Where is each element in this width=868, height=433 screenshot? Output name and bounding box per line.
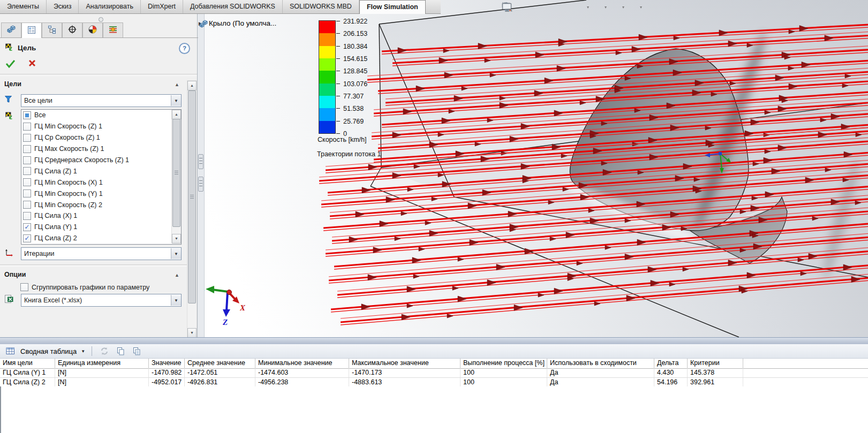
- panel-splitter[interactable]: [197, 14, 205, 337]
- goal-checkbox[interactable]: [23, 201, 31, 209]
- goal-list-item[interactable]: ГЦ Сила (Z) 1: [21, 165, 181, 177]
- goal-list-item[interactable]: ГЦ Min Скорость (Z) 2: [21, 199, 181, 210]
- goal-list-item[interactable]: ГЦ Min Скорость (X) 1: [21, 177, 181, 188]
- dropdown-arrow-icon[interactable]: ▾: [587, 5, 589, 10]
- flow-trajectories-label: Траектории потока 1: [317, 150, 381, 158]
- goal-checkbox[interactable]: [23, 167, 31, 175]
- table-cell: -1472.051: [185, 368, 255, 377]
- goal-list-item[interactable]: ✓ГЦ Сила (Z) 2: [21, 233, 181, 244]
- color-scale-bar: [319, 20, 336, 134]
- tab-configuration-manager[interactable]: [42, 22, 62, 37]
- panel-width-handle-icon[interactable]: [99, 17, 103, 22]
- dropdown-arrow-icon[interactable]: ▼: [171, 248, 181, 259]
- goal-label: ГЦ Ср Скорость (Z) 1: [34, 134, 100, 141]
- menu-tab-эскиз[interactable]: Эскиз: [47, 0, 79, 13]
- group-plots-checkbox[interactable]: [20, 283, 28, 291]
- dropdown-arrow-icon[interactable]: ▼: [81, 349, 85, 354]
- tab-dimxpert-manager[interactable]: [62, 22, 82, 37]
- svg-text:Z: Z: [222, 318, 228, 326]
- goal-list-item[interactable]: Все: [21, 110, 181, 121]
- splitter-grip-icon[interactable]: [198, 154, 203, 169]
- dropdown-arrow-icon[interactable]: ▼: [171, 295, 181, 306]
- zoom-area-icon[interactable]: [516, 1, 529, 13]
- copy-with-headers-icon[interactable]: [131, 346, 142, 356]
- menu-tab-solidworks-mbd[interactable]: SOLIDWORKS MBD: [283, 0, 359, 13]
- abscissa-dropdown[interactable]: Итерации ▼: [21, 247, 182, 260]
- previous-view-icon[interactable]: [530, 1, 543, 13]
- ok-check-icon[interactable]: [5, 59, 16, 70]
- menu-tab-dimxpert[interactable]: DimXpert: [141, 0, 183, 13]
- section-view-icon[interactable]: [545, 1, 557, 13]
- view-orientation-icon[interactable]: [573, 1, 586, 13]
- legend-tick-value: 154.615: [343, 55, 367, 63]
- legend-color-segment: [319, 71, 335, 83]
- table-toolbar: Сводная таблица ▼: [0, 344, 868, 359]
- copy-icon[interactable]: [115, 346, 126, 356]
- model-name-label[interactable]: Крыло (По умолча...: [209, 19, 276, 27]
- goal-checkbox[interactable]: [23, 134, 31, 142]
- legend-tick: [336, 83, 340, 84]
- goal-checkbox[interactable]: [23, 212, 31, 220]
- refresh-icon[interactable]: [99, 346, 110, 356]
- goal-checkbox[interactable]: ✓: [23, 234, 31, 242]
- goal-label: ГЦ Min Скорость (Z) 1: [34, 123, 102, 130]
- goal-checkbox[interactable]: [23, 123, 31, 131]
- dropdown-arrow-icon[interactable]: ▼: [171, 95, 181, 106]
- dropdown-arrow-icon[interactable]: ▾: [640, 5, 642, 10]
- tab-property-manager[interactable]: [21, 22, 42, 38]
- table-cell: 145.378: [688, 368, 743, 377]
- solidworks-window: YXZ ▶ Крыло (По умолча... A▾▾▾▾ 231.9222…: [0, 0, 868, 433]
- tab-assembly-manager[interactable]: [1, 22, 21, 37]
- display-style-icon[interactable]: [591, 1, 604, 13]
- table-cell: 100: [461, 378, 547, 387]
- scroll-down-icon[interactable]: ▼: [172, 234, 181, 244]
- cancel-cross-icon[interactable]: [28, 59, 36, 70]
- goal-list-item[interactable]: ГЦ Среднерасх Скорость (Z) 1: [21, 155, 181, 166]
- table-row[interactable]: ГЦ Сила (Y) 1[N]-1470.982-1472.051-1474.…: [0, 368, 868, 378]
- menu-tab-элементы[interactable]: Элементы: [0, 0, 47, 13]
- goal-checkbox[interactable]: [23, 156, 31, 164]
- appearances-icon[interactable]: [609, 1, 622, 13]
- scroll-down-icon[interactable]: ▼: [187, 328, 197, 338]
- goal-checkbox[interactable]: [23, 178, 31, 186]
- menu-tab-flow-simulation[interactable]: Flow Simulation: [359, 0, 426, 14]
- menu-tab-добавления-solidworks[interactable]: Добавления SOLIDWORKS: [183, 0, 283, 13]
- list-scrollbar[interactable]: ▲▼: [171, 110, 181, 243]
- goal-filter-dropdown[interactable]: Все цели ▼: [21, 94, 182, 107]
- goal-label: ГЦ Min Скорость (Y) 1: [34, 190, 103, 197]
- goals-listbox[interactable]: ВсеГЦ Min Скорость (Z) 1ГЦ Ср Скорость (…: [21, 109, 182, 245]
- column-header: Дельта: [654, 359, 688, 368]
- legend-color-segment: [319, 46, 335, 58]
- goal-checkbox[interactable]: [23, 111, 31, 119]
- dropdown-arrow-icon[interactable]: ▾: [622, 5, 624, 10]
- goal-list-item[interactable]: ГЦ Min Скорость (Z) 1: [21, 121, 181, 132]
- goal-list-item[interactable]: ГЦ Сила (X) 1: [21, 210, 181, 222]
- help-icon[interactable]: ?: [179, 43, 190, 54]
- configuration-manager-icon: [47, 25, 57, 36]
- export-format-dropdown[interactable]: Книга Excel (*.xlsx) ▼: [21, 294, 182, 307]
- table-selector-label[interactable]: Сводная таблица: [20, 347, 77, 355]
- goal-checkbox[interactable]: ✓: [23, 223, 31, 231]
- scroll-up-icon[interactable]: ▲: [187, 81, 197, 90]
- menu-tab-анализировать[interactable]: Анализировать: [79, 0, 141, 13]
- group-plots-label: Сгруппировать графики по параметру: [32, 284, 149, 291]
- table-cell: 100: [461, 368, 547, 377]
- view-settings-icon[interactable]: [627, 1, 639, 13]
- goal-list-item[interactable]: ГЦ Max Скорость (Z) 1: [21, 143, 181, 155]
- feature-tree-flyout[interactable]: ▶ Крыло (По умолча...: [199, 19, 276, 27]
- panel-scrollbar[interactable]: ▲ ▼: [187, 80, 197, 338]
- goal-checkbox[interactable]: [23, 145, 31, 153]
- scroll-up-icon[interactable]: ▲: [172, 110, 181, 119]
- goal-list-item[interactable]: ГЦ Min Скорость (Y) 1: [21, 188, 181, 199]
- goal-checkbox[interactable]: [23, 189, 31, 197]
- graphics-viewport[interactable]: YXZ ▶ Крыло (По умолча... A▾▾▾▾ 231.9222…: [197, 0, 868, 337]
- goal-list-item[interactable]: ✓ГЦ Сила (Y) 1: [21, 222, 181, 233]
- tab-flow-simulation-analysis[interactable]: [103, 22, 123, 37]
- annotations-icon[interactable]: A: [559, 1, 572, 13]
- goal-list-item[interactable]: ГЦ Ср Скорость (Z) 1: [21, 132, 181, 143]
- dropdown-arrow-icon[interactable]: ▾: [605, 5, 607, 10]
- splitter-grip-icon[interactable]: [198, 177, 203, 192]
- collapse-chevron-icon[interactable]: ▲: [175, 82, 181, 87]
- collapse-chevron-icon[interactable]: ▲: [175, 273, 181, 277]
- tab-display-manager[interactable]: [82, 22, 103, 37]
